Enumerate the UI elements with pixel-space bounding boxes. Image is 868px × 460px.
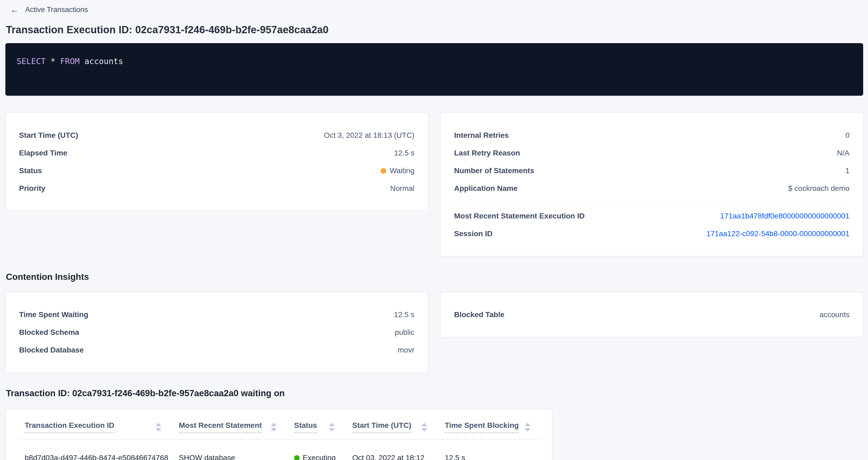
sql-keyword: FROM bbox=[60, 57, 80, 66]
detail-row-last-retry-reason: Last Retry Reason N/A bbox=[454, 144, 849, 162]
sort-icon[interactable] bbox=[329, 423, 335, 432]
contention-cards-row: Time Spent Waiting 12.5 s Blocked Schema… bbox=[5, 292, 863, 373]
cell-most-recent-statement: SHOW database bbox=[172, 440, 287, 460]
detail-label: Status bbox=[19, 166, 42, 175]
column-header-transaction-execution-id[interactable]: Transaction Execution ID bbox=[18, 409, 172, 440]
status-text: Executing bbox=[303, 454, 336, 460]
detail-value: 1 bbox=[845, 166, 849, 175]
column-label[interactable]: Most Recent Statement bbox=[179, 421, 262, 433]
detail-label: Number of Statements bbox=[454, 166, 534, 175]
sql-statement-box: SELECT * FROM accounts bbox=[5, 43, 863, 96]
detail-value: N/A bbox=[837, 149, 849, 157]
contention-blocked-table-card: Blocked Table accounts bbox=[440, 292, 863, 337]
cell-status: Executing bbox=[287, 440, 345, 460]
detail-value: 12.5 s bbox=[394, 149, 414, 157]
status-text: Waiting bbox=[390, 166, 414, 175]
transaction-timing-card: Start Time (UTC) Oct 3, 2022 at 18:13 (U… bbox=[5, 113, 428, 211]
sql-keyword: SELECT bbox=[17, 57, 45, 66]
column-header-status[interactable]: Status bbox=[287, 409, 345, 440]
status-waiting-dot-icon bbox=[381, 168, 386, 174]
detail-label: Priority bbox=[19, 184, 45, 193]
detail-label: Elapsed Time bbox=[19, 149, 67, 157]
transaction-attributes-card: Internal Retries 0 Last Retry Reason N/A… bbox=[440, 113, 863, 256]
cell-start-time: Oct 03, 2022 at 18:12 bbox=[345, 440, 438, 460]
detail-label: Blocked Database bbox=[19, 346, 84, 355]
sql-table-name: accounts bbox=[85, 57, 123, 66]
sort-icon[interactable] bbox=[422, 423, 427, 432]
detail-row-priority: Priority Normal bbox=[19, 180, 414, 197]
table-row: b8d7d03a-d497-446b-8474-e50846674768 SHO… bbox=[18, 440, 541, 460]
detail-row-start-time: Start Time (UTC) Oct 3, 2022 at 18:13 (U… bbox=[19, 126, 414, 144]
detail-row-session-id: Session ID 171aa122-c092-54b8-0000-00000… bbox=[454, 225, 849, 243]
detail-label: Last Retry Reason bbox=[454, 149, 520, 157]
detail-row-status: Status Waiting bbox=[19, 162, 414, 180]
table-header-row: Transaction Execution ID Most Recent Sta… bbox=[18, 409, 541, 440]
detail-value: 0 bbox=[845, 131, 849, 140]
breadcrumb[interactable]: ← Active Transactions bbox=[10, 5, 863, 14]
column-label[interactable]: Transaction Execution ID bbox=[25, 421, 115, 433]
column-label[interactable]: Time Spent Blocking bbox=[445, 421, 519, 433]
column-header-time-spent-blocking[interactable]: Time Spent Blocking bbox=[438, 409, 541, 440]
detail-label: Start Time (UTC) bbox=[19, 131, 78, 140]
status-badge: Waiting bbox=[381, 166, 414, 175]
card-divider bbox=[454, 203, 849, 204]
sort-icon[interactable] bbox=[155, 423, 161, 432]
sort-icon[interactable] bbox=[271, 423, 277, 432]
transaction-details-page: ← Active Transactions Transaction Execut… bbox=[0, 0, 868, 460]
detail-label: Application Name bbox=[454, 184, 517, 193]
detail-value: 12.5 s bbox=[394, 310, 414, 319]
cell-time-spent-blocking: 12.5 s bbox=[438, 440, 541, 460]
detail-row-blocked-database: Blocked Database movr bbox=[19, 341, 414, 359]
detail-label: Time Spent Waiting bbox=[19, 310, 88, 319]
column-label[interactable]: Status bbox=[294, 421, 317, 433]
waiting-on-table: Transaction Execution ID Most Recent Sta… bbox=[18, 409, 541, 460]
contention-insights-heading: Contention Insights bbox=[6, 272, 863, 282]
sort-icon[interactable] bbox=[525, 423, 530, 432]
detail-value: $ cockroach demo bbox=[788, 184, 849, 193]
contention-waiting-card: Time Spent Waiting 12.5 s Blocked Schema… bbox=[5, 292, 428, 373]
detail-label: Session ID bbox=[454, 229, 492, 238]
detail-row-internal-retries: Internal Retries 0 bbox=[454, 126, 849, 144]
waiting-on-heading: Transaction ID: 02ca7931-f246-469b-b2fe-… bbox=[6, 388, 863, 398]
waiting-on-table-panel: Transaction Execution ID Most Recent Sta… bbox=[5, 409, 552, 460]
detail-value: Oct 3, 2022 at 18:13 (UTC) bbox=[324, 131, 414, 140]
detail-value: public bbox=[395, 328, 414, 337]
detail-row-application-name: Application Name $ cockroach demo bbox=[454, 180, 849, 197]
statement-execution-id-link[interactable]: 171aa1b478fdf0e80000000000000001 bbox=[720, 212, 849, 220]
breadcrumb-label[interactable]: Active Transactions bbox=[25, 6, 88, 14]
sql-operator: * bbox=[51, 57, 55, 66]
cell-transaction-execution-id: b8d7d03a-d497-446b-8474-e50846674768 bbox=[18, 440, 172, 460]
detail-label: Most Recent Statement Execution ID bbox=[454, 212, 585, 220]
detail-value: accounts bbox=[819, 310, 849, 319]
status-executing-dot-icon bbox=[294, 455, 300, 460]
summary-cards-row: Start Time (UTC) Oct 3, 2022 at 18:13 (U… bbox=[5, 113, 863, 256]
detail-label: Blocked Schema bbox=[19, 328, 79, 337]
detail-row-number-of-statements: Number of Statements 1 bbox=[454, 162, 849, 180]
detail-row-elapsed-time: Elapsed Time 12.5 s bbox=[19, 144, 414, 162]
detail-value: Normal bbox=[390, 184, 414, 193]
session-id-link[interactable]: 171aa122-c092-54b8-0000-000000000001 bbox=[706, 229, 849, 238]
column-header-most-recent-statement[interactable]: Most Recent Statement bbox=[172, 409, 287, 440]
detail-row-blocked-schema: Blocked Schema public bbox=[19, 324, 414, 341]
detail-row-blocked-table: Blocked Table accounts bbox=[454, 306, 849, 324]
back-arrow-icon[interactable]: ← bbox=[10, 5, 19, 14]
page-title: Transaction Execution ID: 02ca7931-f246-… bbox=[6, 24, 863, 36]
column-header-start-time[interactable]: Start Time (UTC) bbox=[345, 409, 438, 440]
detail-label: Blocked Table bbox=[454, 310, 504, 319]
detail-value: movr bbox=[398, 346, 414, 355]
column-label[interactable]: Start Time (UTC) bbox=[352, 421, 411, 433]
detail-row-time-spent-waiting: Time Spent Waiting 12.5 s bbox=[19, 306, 414, 324]
detail-row-statement-execution-id: Most Recent Statement Execution ID 171aa… bbox=[454, 207, 849, 225]
detail-label: Internal Retries bbox=[454, 131, 509, 140]
